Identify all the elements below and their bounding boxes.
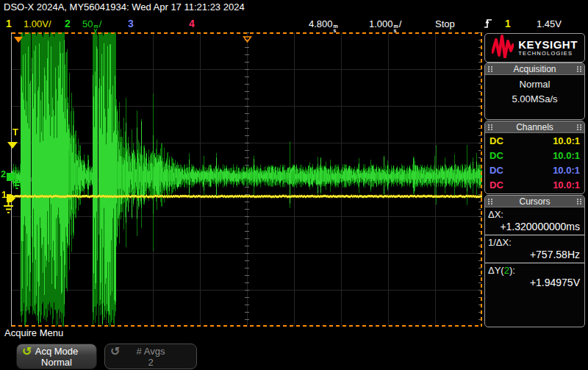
- trigger-level: 1.45V: [537, 18, 562, 29]
- cursors-panel: Cursors ΔX: +1.320000000ms 1/ΔX: +757.58…: [484, 195, 585, 327]
- channels-panel-title: Channels: [492, 122, 577, 132]
- cursor-delta-y: ΔY(2): +1.94975V: [485, 263, 584, 291]
- grip-icon: [577, 199, 581, 204]
- menu-title: Acquire Menu: [4, 327, 63, 338]
- timebase-value: 1.000: [369, 18, 393, 29]
- channel-row-2: DC 10.0:1: [485, 148, 584, 163]
- keysight-spark-icon: [492, 35, 514, 61]
- trigger-source: 1: [505, 18, 511, 29]
- grip-icon: [577, 66, 581, 72]
- acq-mode-label: Acq Mode: [35, 346, 79, 357]
- acquisition-panel-header[interactable]: Acquisition: [485, 63, 584, 75]
- cursor-delta-x: ΔX: +1.320000000ms: [485, 207, 584, 235]
- timebase-readout: 1.000ms/: [369, 18, 401, 33]
- run-state: Stop: [435, 18, 455, 29]
- delta-y-label-pre: ΔY(: [488, 265, 504, 276]
- ch2-scale-slash: /: [99, 18, 102, 29]
- channels-panel: Channels DC 10.0:1 DC 10.0:1 DC 10.0:1 D…: [484, 121, 585, 194]
- channel-row-1: DC 10.0:1: [485, 133, 584, 148]
- brand-name: KEYSIGHT: [518, 39, 578, 50]
- ch1-probe-ratio: 10.0:1: [553, 133, 580, 148]
- num-avgs-softkey[interactable]: ↺ # Avgs 2: [104, 344, 197, 369]
- ch1-scale: 1.00V/: [24, 18, 51, 29]
- ch2-coupling: DC: [490, 148, 503, 163]
- grip-icon: [488, 199, 492, 204]
- oscilloscope-screen: { "title_bar": { "text": "DSO-X 2024A, M…: [0, 0, 588, 370]
- ch3-probe-ratio: 10.0:1: [553, 163, 580, 177]
- ch2-reference-label: 2: [1, 168, 6, 179]
- delta-y-value: +1.94975V: [485, 277, 584, 288]
- keysight-logo-text: KEYSIGHT TECHNOLOGIES: [518, 39, 578, 57]
- instrument-title: DSO-X 2024A, MY56041934: Wed Apr 17 11:2…: [4, 1, 245, 13]
- grip-icon: [488, 66, 492, 72]
- return-arrow-icon: ↺: [110, 346, 120, 357]
- channels-panel-header[interactable]: Channels: [485, 121, 584, 133]
- cursors-panel-header[interactable]: Cursors: [485, 196, 584, 207]
- info-panel: KEYSIGHT TECHNOLOGIES Acquisition Normal…: [484, 32, 587, 327]
- ch4-probe-ratio: 10.0:1: [553, 177, 580, 192]
- ch3-coupling: DC: [490, 163, 503, 177]
- acq-mode-softkey[interactable]: ↺ Acq Mode Normal: [16, 344, 97, 369]
- delta-y-channel: 2: [504, 265, 509, 276]
- keysight-logo: KEYSIGHT TECHNOLOGIES: [484, 33, 585, 63]
- ch1-scale-unit: V: [42, 18, 49, 29]
- delta-y-label: ΔY(2):: [485, 265, 584, 276]
- acquisition-panel-title: Acquisition: [492, 64, 577, 74]
- inverse-delta-x-label: 1/ΔX:: [485, 237, 584, 248]
- return-arrow-icon: ↺: [22, 346, 32, 357]
- delay-readout: 4.800ms: [309, 18, 339, 33]
- ch2-scale: 50mV/: [82, 18, 101, 33]
- acq-mode-value: Normal: [41, 357, 72, 368]
- cursors-panel-title: Cursors: [492, 196, 577, 207]
- waveform-canvas: [12, 32, 482, 327]
- timebase-slash: /: [399, 18, 402, 29]
- channel-row-4: DC 10.0:1: [485, 177, 584, 192]
- ch2-probe-ratio: 10.0:1: [553, 148, 580, 163]
- ch1-reference-label: 1: [1, 189, 7, 200]
- channel-row-3: DC 10.0:1: [485, 163, 584, 177]
- ch2-scale-value: 50: [82, 18, 93, 29]
- ch1-badge: 1: [6, 18, 12, 29]
- brand-subtitle: TECHNOLOGIES: [518, 50, 578, 57]
- delay-value: 4.800: [309, 18, 333, 29]
- inverse-delta-x-value: +757.58Hz: [485, 249, 584, 260]
- trigger-slope-icon: [484, 18, 492, 32]
- ch4-badge: 4: [189, 18, 195, 29]
- acquisition-panel: Acquisition Normal 5.00MSa/s: [484, 63, 585, 120]
- ch1-scale-value: 1.00: [24, 18, 42, 29]
- ch1-coupling: DC: [490, 133, 503, 148]
- ch3-badge: 3: [128, 18, 134, 29]
- acquisition-sample-rate: 5.00MSa/s: [485, 93, 584, 104]
- num-avgs-value: 2: [148, 357, 153, 368]
- cursor-inverse-delta-x: 1/ΔX: +757.58Hz: [485, 235, 584, 263]
- grip-icon: [488, 124, 492, 130]
- ch2-badge: 2: [65, 18, 71, 29]
- delta-x-value: +1.320000000ms: [485, 221, 584, 232]
- acquisition-mode: Normal: [485, 79, 584, 90]
- num-avgs-label: # Avgs: [137, 346, 165, 357]
- ch1-scale-slash: /: [49, 18, 51, 29]
- delta-x-label: ΔX:: [485, 209, 584, 220]
- grip-icon: [577, 124, 581, 130]
- ch4-coupling: DC: [490, 177, 503, 192]
- delta-y-label-post: ):: [509, 265, 515, 276]
